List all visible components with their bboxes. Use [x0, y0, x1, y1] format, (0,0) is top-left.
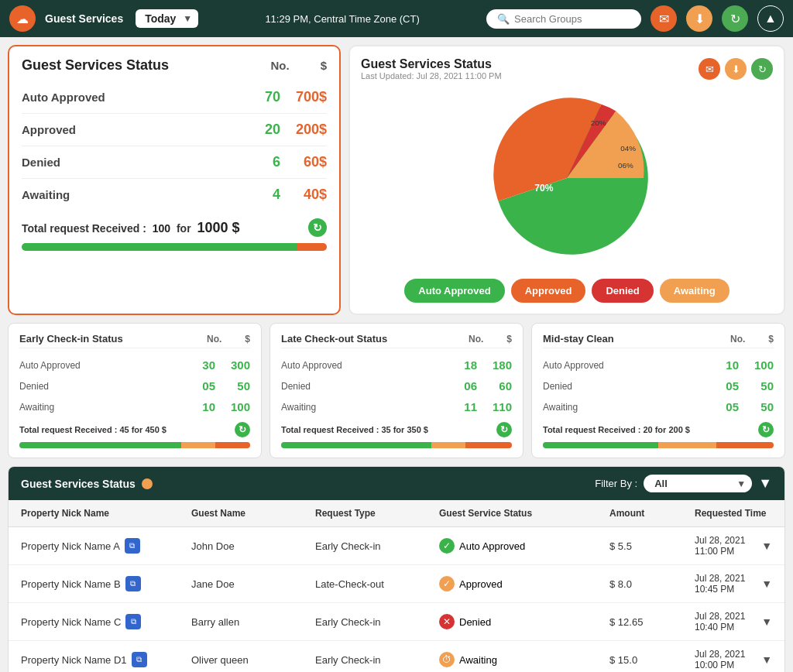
status-row: Denied 6 60$: [22, 146, 327, 179]
chart-updated: Last Updated: Jul 28, 2021 11:00 PM: [361, 71, 502, 81]
total-label: Total request Received : 100 for 1000 $: [22, 220, 240, 236]
table-row: Property Nick Name C ⧉ Barry allen Early…: [9, 603, 784, 641]
mini-row-num: 11: [450, 400, 477, 413]
refresh-icon-btn[interactable]: ↻: [722, 5, 748, 32]
mini-card-1: Late Check-out Status No. $ Auto Approve…: [269, 323, 524, 458]
chart-btn-denied[interactable]: Denied: [592, 279, 653, 303]
filter-select-wrap[interactable]: All Auto Approved Approved Denied Awaiti…: [644, 475, 752, 492]
time-cell: Jul 28, 2021 11:00 PM: [695, 535, 761, 557]
time-cell-wrap: Jul 28, 2021 10:40 PM ▼: [695, 611, 772, 633]
logo-icon: ☁: [16, 12, 29, 26]
status-card-header: Guest Services Status No. $: [22, 57, 327, 74]
col-no-label: No.: [270, 59, 289, 72]
chart-email-btn[interactable]: ✉: [699, 58, 720, 80]
status-label: Auto Approved: [459, 540, 525, 552]
row-expand-btn[interactable]: ▼: [761, 653, 772, 666]
pie-chart-svg: 70% 20% 04% 06%: [466, 93, 668, 263]
mini-row-num: 05: [188, 379, 215, 393]
status-label: Awaiting: [459, 654, 497, 666]
mini-row-amt: 100: [215, 400, 250, 413]
mini-refresh-btn[interactable]: ↻: [235, 422, 250, 437]
table-header: Guest Services Status Filter By : All Au…: [9, 467, 784, 500]
guest-name: Oliver queen: [191, 654, 315, 666]
chart-btn-awaiting[interactable]: Awaiting: [660, 279, 729, 303]
mini-row-amt: 50: [739, 400, 774, 413]
search-box[interactable]: 🔍: [486, 9, 641, 29]
mini-refresh-btn[interactable]: ↻: [496, 422, 512, 437]
status-icon: ⏱: [439, 652, 455, 667]
mini-row-num: 10: [188, 400, 215, 413]
header-time: 11:29 PM, Central Time Zone (CT): [208, 13, 477, 25]
chart-refresh-btn[interactable]: ↻: [751, 58, 773, 80]
pie-label-04: 04%: [620, 144, 636, 153]
row-expand-btn[interactable]: ▼: [761, 540, 772, 552]
time-cell: Jul 28, 2021 10:00 PM: [695, 649, 761, 670]
pie-chart-container: 70% 20% 04% 06%: [361, 85, 773, 271]
status-row-amt: 200$: [280, 122, 327, 138]
mini-card-title: Mid-stay Clean: [543, 333, 614, 345]
chart-btn-auto-approved[interactable]: Auto Approved: [404, 279, 504, 303]
mini-progress-bar: [19, 442, 250, 448]
download-icon-btn[interactable]: ⬇: [686, 5, 712, 32]
status-icon: ✓: [439, 538, 455, 554]
status-progress-bar: [22, 243, 327, 251]
chart-title-group: Guest Services Status Last Updated: Jul …: [361, 57, 502, 81]
email-icon-btn[interactable]: ✉: [651, 5, 677, 32]
amount-cell: $ 5.5: [609, 540, 695, 552]
mini-row-label: Awaiting: [281, 402, 450, 413]
collapse-header-btn[interactable]: ▲: [757, 5, 784, 32]
today-dropdown-wrap[interactable]: Today ▼: [136, 9, 198, 28]
progress-green: [22, 243, 297, 251]
table-row: Property Nick Name D1 ⧉ Oliver queen Ear…: [9, 641, 784, 672]
mini-row-label: Auto Approved: [543, 360, 712, 371]
mini-row-num: 18: [450, 358, 477, 372]
table-row: Property Nick Name B ⧉ Jane Doe Late-Che…: [9, 565, 784, 603]
col-dollar-label: $: [321, 59, 327, 72]
status-row-amt: 700$: [280, 89, 327, 105]
mini-card-header: Late Check-out Status No. $: [281, 333, 512, 348]
col-header-guest: Guest Name: [191, 508, 315, 519]
table-title: Guest Services Status: [21, 478, 136, 490]
mini-row: Awaiting 11 110: [281, 396, 512, 417]
mini-card-cols: No. $: [730, 334, 774, 345]
property-name: Property Nick Name B: [21, 578, 121, 590]
time-cell-wrap: Jul 28, 2021 11:00 PM ▼: [695, 535, 772, 557]
filter-select[interactable]: All Auto Approved Approved Denied Awaiti…: [644, 475, 752, 492]
status-row: Approved 20 200$: [22, 114, 327, 146]
mini-row-num: 05: [712, 379, 739, 393]
mini-refresh-btn[interactable]: ↻: [758, 422, 774, 437]
table-collapse-btn[interactable]: ▼: [758, 475, 772, 492]
property-icon[interactable]: ⧉: [125, 614, 141, 629]
amount-cell: $ 15.0: [609, 654, 695, 666]
property-name: Property Nick Name C: [21, 616, 121, 628]
amount-cell: $ 12.65: [609, 616, 695, 628]
mini-row-amt: 300: [215, 358, 250, 372]
refresh-btn[interactable]: ↻: [308, 218, 327, 237]
chart-download-btn[interactable]: ⬇: [725, 58, 747, 80]
mini-progress-orange: [658, 442, 716, 448]
mini-row-num: 30: [188, 358, 215, 372]
mini-card-header: Mid-stay Clean No. $: [543, 333, 774, 348]
status-label: Approved: [459, 578, 503, 590]
chart-btn-approved[interactable]: Approved: [511, 279, 586, 303]
table-section: Guest Services Status Filter By : All Au…: [8, 466, 785, 672]
status-row-num: 20: [242, 122, 280, 138]
mini-progress-green: [543, 442, 658, 448]
property-name: Property Nick Name A: [21, 540, 120, 552]
property-icon[interactable]: ⧉: [125, 576, 141, 591]
mini-card-cols: No. $: [469, 334, 512, 345]
today-dropdown[interactable]: Today: [136, 9, 198, 28]
search-input[interactable]: [514, 13, 630, 25]
property-icon[interactable]: ⧉: [132, 652, 147, 667]
time-cell-wrap: Jul 28, 2021 10:00 PM ▼: [695, 649, 772, 670]
time-cell: Jul 28, 2021 10:40 PM: [695, 611, 761, 633]
mini-row-amt: 110: [477, 400, 512, 413]
status-cell: ✕ Denied: [439, 614, 609, 629]
total-row: Total request Received : 100 for 1000 $ …: [22, 218, 327, 237]
property-icon[interactable]: ⧉: [125, 538, 140, 554]
row-expand-btn[interactable]: ▼: [761, 615, 772, 628]
request-type: Late-Check-out: [315, 578, 439, 590]
property-cell-3: Property Nick Name D1 ⧉: [21, 652, 191, 667]
mini-row-amt: 60: [477, 379, 512, 393]
row-expand-btn[interactable]: ▼: [761, 578, 772, 590]
